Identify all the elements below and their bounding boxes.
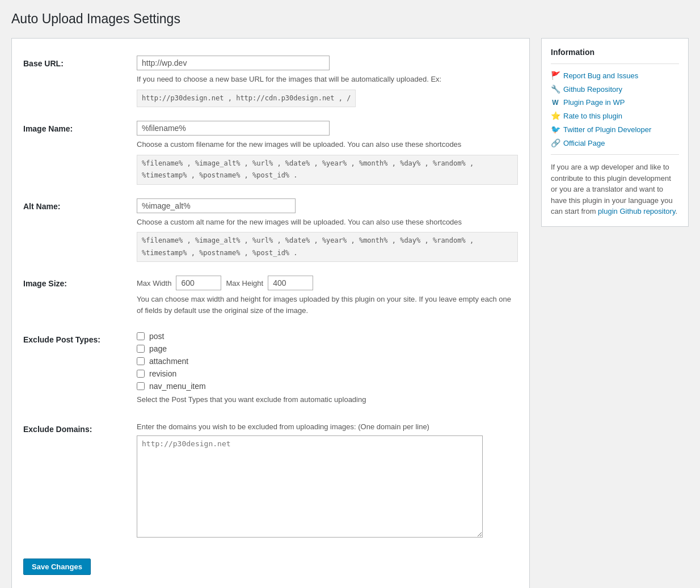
checkbox-attachment-input[interactable] xyxy=(137,357,145,365)
sidebar-link-plugin-page: W Plugin Page in WP xyxy=(551,98,679,107)
base-url-row: Base URL: If you need to choose a new ba… xyxy=(23,56,518,107)
main-layout: Base URL: If you need to choose a new ba… xyxy=(11,38,689,588)
max-width-input[interactable] xyxy=(176,276,221,290)
checkbox-post-label: post xyxy=(149,332,164,341)
exclude-post-types-row: Exclude Post Types: post page attachment… xyxy=(23,332,518,408)
image-name-row: Image Name: Choose a custom filename for… xyxy=(23,121,518,185)
alt-name-input[interactable] xyxy=(137,198,296,213)
checkbox-revision-label: revision xyxy=(149,369,176,378)
sidebar-link-twitter: 🐦 Twitter of Plugin Developer xyxy=(551,125,679,134)
image-name-field: Choose a custom filename for the new ima… xyxy=(137,121,518,185)
image-size-desc: You can choose max width and height for … xyxy=(137,294,518,316)
image-name-label: Image Name: xyxy=(23,121,137,133)
exclude-domains-row: Exclude Domains: Enter the domains you w… xyxy=(23,421,518,540)
wordpress-icon: W xyxy=(551,99,560,107)
checkbox-nav-menu-item: nav_menu_item xyxy=(137,382,518,391)
twitter-icon: 🐦 xyxy=(551,125,560,134)
page-title: Auto Upload Images Settings xyxy=(11,11,689,27)
checkbox-post-input[interactable] xyxy=(137,332,145,340)
exclude-post-types-field: post page attachment revision nav_menu_i… xyxy=(137,332,518,408)
alt-name-desc: Choose a custom alt name for the new ima… xyxy=(137,217,518,228)
exclude-domains-textarea[interactable] xyxy=(137,435,483,538)
sidebar: Information 🚩 Report Bug and Issues 🔧 Gi… xyxy=(541,38,689,227)
alt-name-field: Choose a custom alt name for the new ima… xyxy=(137,198,518,263)
star-icon: ⭐ xyxy=(551,111,560,120)
sidebar-divider-top xyxy=(551,64,679,64)
image-size-row: Image Size: Max Width Max Height You can… xyxy=(23,276,518,318)
sidebar-link-github: 🔧 Github Repository xyxy=(551,84,679,94)
base-url-desc: If you need to choose a new base URL for… xyxy=(137,74,518,85)
checkbox-page: page xyxy=(137,344,518,353)
alt-name-label: Alt Name: xyxy=(23,198,137,211)
checkbox-post: post xyxy=(137,332,518,341)
image-name-input[interactable] xyxy=(137,121,330,136)
base-url-example: http://p30design.net , http://cdn.p30des… xyxy=(137,90,356,108)
image-size-label: Image Size: xyxy=(23,276,137,288)
image-name-shortcodes: %filename% , %image_alt% , %url% , %date… xyxy=(137,155,518,185)
max-height-input[interactable] xyxy=(268,276,313,290)
wrench-icon: 🔧 xyxy=(551,84,560,94)
checkbox-nav-menu-item-label: nav_menu_item xyxy=(149,382,206,391)
plugin-page-link[interactable]: Plugin Page in WP xyxy=(563,98,625,107)
checkbox-attachment: attachment xyxy=(137,357,518,366)
checkbox-revision-input[interactable] xyxy=(137,370,145,378)
link-icon: 🔗 xyxy=(551,138,560,147)
max-height-label: Max Height xyxy=(226,279,263,287)
checkbox-page-input[interactable] xyxy=(137,345,145,353)
twitter-link[interactable]: Twitter of Plugin Developer xyxy=(563,125,651,134)
exclude-domains-desc: Enter the domains you wish to be exclude… xyxy=(137,421,518,433)
main-panel: Base URL: If you need to choose a new ba… xyxy=(11,38,530,588)
size-inputs-row: Max Width Max Height xyxy=(137,276,518,290)
image-size-field: Max Width Max Height You can choose max … xyxy=(137,276,518,318)
exclude-post-types-label: Exclude Post Types: xyxy=(23,332,137,344)
base-url-label: Base URL: xyxy=(23,56,137,68)
sidebar-link-rate: ⭐ Rate to this plugin xyxy=(551,111,679,120)
max-width-label: Max Width xyxy=(137,279,171,287)
plugin-github-repo-link[interactable]: plugin Github repository xyxy=(598,207,675,215)
sidebar-info-text-2: . xyxy=(675,207,677,215)
sidebar-link-report-bug: 🚩 Report Bug and Issues xyxy=(551,71,679,80)
checkbox-revision: revision xyxy=(137,369,518,378)
image-name-desc: Choose a custom filename for the new ima… xyxy=(137,139,518,150)
exclude-domains-label: Exclude Domains: xyxy=(23,421,137,434)
checkbox-nav-menu-item-input[interactable] xyxy=(137,382,145,390)
report-bug-link[interactable]: Report Bug and Issues xyxy=(563,71,638,80)
sidebar-info-text: If you are a wp developer and like to co… xyxy=(551,162,679,217)
flag-icon: 🚩 xyxy=(551,71,560,80)
github-link[interactable]: Github Repository xyxy=(563,85,622,94)
base-url-field: If you need to choose a new base URL for… xyxy=(137,56,518,107)
exclude-domains-field: Enter the domains you wish to be exclude… xyxy=(137,421,518,540)
sidebar-link-official: 🔗 Official Page xyxy=(551,138,679,147)
checkbox-page-label: page xyxy=(149,344,167,353)
official-page-link[interactable]: Official Page xyxy=(563,139,605,147)
exclude-post-types-desc: Select the Post Types that you want excl… xyxy=(137,394,518,405)
sidebar-divider-bottom xyxy=(551,154,679,155)
checkbox-attachment-label: attachment xyxy=(149,357,188,366)
save-button[interactable]: Save Changes xyxy=(23,559,91,575)
rate-link[interactable]: Rate to this plugin xyxy=(563,112,622,120)
base-url-input[interactable] xyxy=(137,56,330,70)
alt-name-row: Alt Name: Choose a custom alt name for t… xyxy=(23,198,518,263)
sidebar-heading: Information xyxy=(551,48,679,57)
alt-name-shortcodes: %filename% , %image_alt% , %url% , %date… xyxy=(137,232,518,262)
